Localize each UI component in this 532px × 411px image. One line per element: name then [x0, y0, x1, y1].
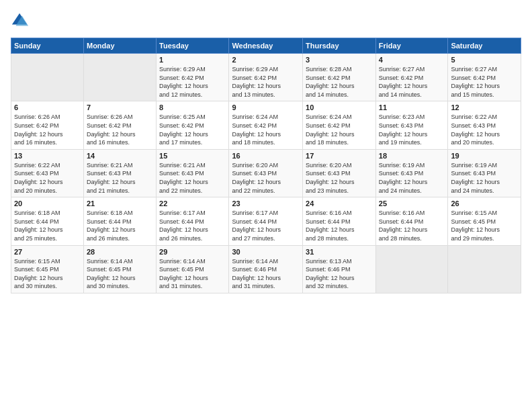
day-cell: 1Sunrise: 6:29 AM Sunset: 6:42 PM Daylig…	[157, 54, 229, 101]
calendar-header: SundayMondayTuesdayWednesdayThursdayFrid…	[11, 38, 521, 54]
day-detail: Sunrise: 6:18 AM Sunset: 6:44 PM Dayligh…	[87, 209, 153, 242]
logo-icon	[11, 11, 30, 30]
header-row: SundayMondayTuesdayWednesdayThursdayFrid…	[11, 38, 521, 54]
day-cell: 29Sunrise: 6:14 AM Sunset: 6:45 PM Dayli…	[157, 245, 229, 293]
day-cell: 28Sunrise: 6:14 AM Sunset: 6:45 PM Dayli…	[83, 245, 156, 293]
day-number: 3	[306, 56, 373, 64]
day-detail: Sunrise: 6:16 AM Sunset: 6:44 PM Dayligh…	[379, 209, 445, 242]
day-number: 9	[232, 103, 300, 111]
day-detail: Sunrise: 6:19 AM Sunset: 6:43 PM Dayligh…	[451, 161, 518, 195]
day-detail: Sunrise: 6:15 AM Sunset: 6:45 PM Dayligh…	[451, 209, 518, 242]
day-cell: 26Sunrise: 6:15 AM Sunset: 6:45 PM Dayli…	[448, 197, 521, 245]
day-detail: Sunrise: 6:26 AM Sunset: 6:42 PM Dayligh…	[14, 113, 81, 146]
day-cell: 31Sunrise: 6:13 AM Sunset: 6:46 PM Dayli…	[303, 245, 376, 293]
day-detail: Sunrise: 6:21 AM Sunset: 6:43 PM Dayligh…	[159, 161, 226, 195]
day-number: 5	[451, 56, 518, 64]
header	[11, 11, 521, 30]
day-cell: 6Sunrise: 6:26 AM Sunset: 6:42 PM Daylig…	[11, 101, 84, 149]
day-number: 28	[87, 248, 153, 256]
day-number: 2	[232, 56, 300, 64]
day-cell: 2Sunrise: 6:29 AM Sunset: 6:42 PM Daylig…	[229, 54, 303, 101]
header-cell-sunday: Sunday	[11, 38, 84, 54]
day-number: 31	[306, 248, 373, 256]
day-number: 16	[232, 152, 300, 160]
day-cell: 13Sunrise: 6:22 AM Sunset: 6:43 PM Dayli…	[11, 149, 84, 197]
day-cell	[448, 245, 521, 293]
day-number: 27	[14, 248, 81, 256]
day-number: 23	[232, 199, 300, 208]
header-cell-wednesday: Wednesday	[229, 38, 303, 54]
day-cell: 11Sunrise: 6:23 AM Sunset: 6:43 PM Dayli…	[375, 101, 448, 149]
day-cell: 3Sunrise: 6:28 AM Sunset: 6:42 PM Daylig…	[303, 54, 376, 101]
day-cell: 22Sunrise: 6:17 AM Sunset: 6:44 PM Dayli…	[157, 197, 229, 245]
day-number: 26	[451, 199, 518, 208]
week-row-4: 20Sunrise: 6:18 AM Sunset: 6:44 PM Dayli…	[11, 197, 521, 245]
day-detail: Sunrise: 6:21 AM Sunset: 6:43 PM Dayligh…	[87, 161, 153, 195]
day-cell: 7Sunrise: 6:26 AM Sunset: 6:42 PM Daylig…	[83, 101, 156, 149]
day-number: 12	[451, 103, 518, 111]
week-row-3: 13Sunrise: 6:22 AM Sunset: 6:43 PM Dayli…	[11, 149, 521, 197]
day-number: 25	[379, 199, 445, 208]
day-detail: Sunrise: 6:24 AM Sunset: 6:42 PM Dayligh…	[232, 113, 300, 146]
page: SundayMondayTuesdayWednesdayThursdayFrid…	[0, 0, 532, 411]
day-detail: Sunrise: 6:20 AM Sunset: 6:43 PM Dayligh…	[232, 161, 300, 195]
day-cell: 17Sunrise: 6:20 AM Sunset: 6:43 PM Dayli…	[303, 149, 376, 197]
day-number: 13	[14, 152, 81, 160]
day-number: 21	[87, 199, 153, 208]
day-detail: Sunrise: 6:20 AM Sunset: 6:43 PM Dayligh…	[306, 161, 373, 195]
day-cell: 24Sunrise: 6:16 AM Sunset: 6:44 PM Dayli…	[303, 197, 376, 245]
day-cell: 4Sunrise: 6:27 AM Sunset: 6:42 PM Daylig…	[375, 54, 448, 101]
day-number: 30	[232, 248, 300, 256]
calendar-table: SundayMondayTuesdayWednesdayThursdayFrid…	[11, 38, 521, 293]
day-number: 8	[159, 103, 226, 111]
day-cell: 16Sunrise: 6:20 AM Sunset: 6:43 PM Dayli…	[229, 149, 303, 197]
day-cell	[83, 54, 156, 101]
day-cell: 20Sunrise: 6:18 AM Sunset: 6:44 PM Dayli…	[11, 197, 84, 245]
header-cell-saturday: Saturday	[448, 38, 521, 54]
day-number: 10	[306, 103, 373, 111]
day-number: 20	[14, 199, 81, 208]
day-number: 4	[379, 56, 445, 64]
calendar-body: 1Sunrise: 6:29 AM Sunset: 6:42 PM Daylig…	[11, 54, 521, 293]
day-detail: Sunrise: 6:26 AM Sunset: 6:42 PM Dayligh…	[87, 113, 153, 146]
day-number: 22	[159, 199, 226, 208]
week-row-2: 6Sunrise: 6:26 AM Sunset: 6:42 PM Daylig…	[11, 101, 521, 149]
day-detail: Sunrise: 6:15 AM Sunset: 6:45 PM Dayligh…	[14, 257, 81, 291]
day-detail: Sunrise: 6:28 AM Sunset: 6:42 PM Dayligh…	[306, 65, 373, 99]
day-cell: 8Sunrise: 6:25 AM Sunset: 6:42 PM Daylig…	[157, 101, 229, 149]
day-detail: Sunrise: 6:17 AM Sunset: 6:44 PM Dayligh…	[159, 209, 226, 242]
day-detail: Sunrise: 6:14 AM Sunset: 6:45 PM Dayligh…	[159, 257, 226, 291]
day-number: 29	[159, 248, 226, 256]
day-cell: 23Sunrise: 6:17 AM Sunset: 6:44 PM Dayli…	[229, 197, 303, 245]
day-detail: Sunrise: 6:14 AM Sunset: 6:46 PM Dayligh…	[232, 257, 300, 291]
day-cell: 18Sunrise: 6:19 AM Sunset: 6:43 PM Dayli…	[375, 149, 448, 197]
day-cell: 19Sunrise: 6:19 AM Sunset: 6:43 PM Dayli…	[448, 149, 521, 197]
day-number: 19	[451, 152, 518, 160]
logo	[11, 11, 32, 30]
day-detail: Sunrise: 6:22 AM Sunset: 6:43 PM Dayligh…	[14, 161, 81, 195]
day-cell: 14Sunrise: 6:21 AM Sunset: 6:43 PM Dayli…	[83, 149, 156, 197]
day-detail: Sunrise: 6:22 AM Sunset: 6:43 PM Dayligh…	[451, 113, 518, 146]
day-detail: Sunrise: 6:13 AM Sunset: 6:46 PM Dayligh…	[306, 257, 373, 291]
day-cell: 15Sunrise: 6:21 AM Sunset: 6:43 PM Dayli…	[157, 149, 229, 197]
day-cell: 30Sunrise: 6:14 AM Sunset: 6:46 PM Dayli…	[229, 245, 303, 293]
day-detail: Sunrise: 6:18 AM Sunset: 6:44 PM Dayligh…	[14, 209, 81, 242]
day-number: 18	[379, 152, 445, 160]
day-detail: Sunrise: 6:25 AM Sunset: 6:42 PM Dayligh…	[159, 113, 226, 146]
day-cell: 9Sunrise: 6:24 AM Sunset: 6:42 PM Daylig…	[229, 101, 303, 149]
header-cell-tuesday: Tuesday	[157, 38, 229, 54]
day-detail: Sunrise: 6:29 AM Sunset: 6:42 PM Dayligh…	[232, 65, 300, 99]
day-number: 6	[14, 103, 81, 111]
day-detail: Sunrise: 6:29 AM Sunset: 6:42 PM Dayligh…	[159, 65, 226, 99]
day-number: 24	[306, 199, 373, 208]
week-row-1: 1Sunrise: 6:29 AM Sunset: 6:42 PM Daylig…	[11, 54, 521, 101]
header-cell-monday: Monday	[83, 38, 156, 54]
day-detail: Sunrise: 6:23 AM Sunset: 6:43 PM Dayligh…	[379, 113, 445, 146]
day-cell	[375, 245, 448, 293]
day-cell: 21Sunrise: 6:18 AM Sunset: 6:44 PM Dayli…	[83, 197, 156, 245]
day-number: 7	[87, 103, 153, 111]
day-cell	[11, 54, 84, 101]
day-detail: Sunrise: 6:17 AM Sunset: 6:44 PM Dayligh…	[232, 209, 300, 242]
day-detail: Sunrise: 6:27 AM Sunset: 6:42 PM Dayligh…	[451, 65, 518, 99]
day-detail: Sunrise: 6:14 AM Sunset: 6:45 PM Dayligh…	[87, 257, 153, 291]
